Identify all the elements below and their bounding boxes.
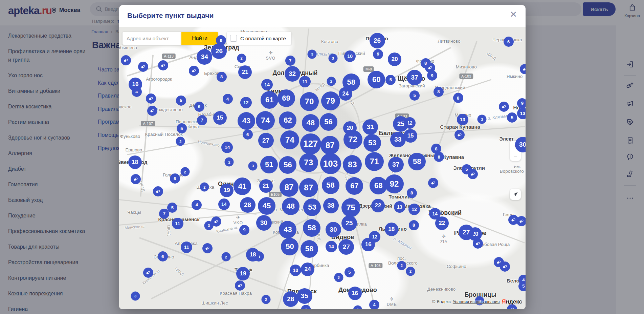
cluster-marker[interactable]: 50 (281, 238, 298, 255)
cluster-marker[interactable]: 45 (258, 197, 275, 215)
cluster-marker[interactable]: 21 (259, 179, 273, 193)
cluster-marker[interactable]: 51 (260, 156, 278, 173)
cluster-marker[interactable]: 53 (363, 134, 381, 152)
cluster-marker[interactable]: 5 (177, 123, 187, 133)
cluster-marker[interactable]: 14 (221, 142, 233, 153)
cluster-marker[interactable]: 6 (194, 102, 204, 112)
cluster-marker[interactable]: 27 (459, 225, 474, 240)
cluster-marker[interactable]: 10 (344, 50, 356, 62)
cluster-marker[interactable]: 9 (427, 70, 437, 81)
cluster-marker[interactable]: 7 (285, 56, 295, 66)
cluster-marker[interactable]: 87 (299, 178, 318, 197)
cluster-marker[interactable]: 69 (277, 89, 295, 107)
cluster-marker[interactable]: 3 (334, 273, 343, 282)
yandex-map[interactable]: Найти С оплатой по карте + − © Яндекс Ус… (119, 27, 526, 309)
cluster-marker[interactable]: 5 (345, 267, 355, 277)
cluster-marker[interactable]: 11 (172, 218, 183, 229)
cluster-marker[interactable]: 34 (197, 49, 212, 65)
cluster-marker[interactable]: 8 (217, 72, 227, 82)
cluster-marker[interactable]: 20 (388, 53, 401, 66)
pharmacy-pill-marker[interactable] (428, 178, 438, 188)
geolocate-button[interactable] (510, 189, 521, 200)
cluster-marker[interactable]: 8 (434, 152, 444, 162)
cluster-marker[interactable]: 8 (453, 93, 463, 103)
cluster-marker[interactable]: 18 (246, 248, 260, 261)
map-find-button[interactable]: Найти (181, 32, 218, 45)
cluster-marker[interactable]: 74 (280, 130, 299, 149)
cluster-marker[interactable]: 61 (261, 91, 278, 109)
cluster-marker[interactable]: 16 (348, 287, 362, 300)
cluster-marker[interactable]: 68 (370, 177, 387, 194)
cluster-marker[interactable]: 27 (258, 133, 274, 148)
cluster-marker[interactable]: 58 (408, 153, 426, 170)
cluster-marker[interactable]: 67 (346, 177, 363, 195)
cluster-marker[interactable]: 70 (300, 92, 319, 111)
cluster-marker[interactable]: 7 (197, 115, 207, 125)
pharmacy-pill-marker[interactable] (499, 102, 509, 112)
cluster-marker[interactable]: 3 (478, 115, 487, 124)
cluster-marker[interactable]: 6 (504, 37, 514, 47)
cluster-marker[interactable]: 2 (225, 158, 234, 167)
cluster-marker[interactable]: 9 (373, 49, 383, 59)
cluster-marker[interactable]: 6 (243, 129, 253, 140)
cluster-marker[interactable]: 48 (302, 114, 319, 132)
cluster-marker[interactable]: 56 (279, 156, 296, 174)
cluster-marker[interactable]: 13 (394, 201, 405, 213)
cluster-marker[interactable]: 6 (158, 251, 168, 261)
cluster-marker[interactable]: 15 (404, 129, 417, 143)
cluster-marker[interactable]: 103 (320, 153, 341, 174)
cluster-marker[interactable]: 32 (285, 66, 300, 82)
map-address-input[interactable] (123, 32, 181, 45)
cluster-marker[interactable]: 22 (371, 199, 385, 212)
cluster-marker[interactable]: 3 (353, 305, 362, 309)
cluster-marker[interactable]: 58 (342, 74, 360, 91)
cluster-marker[interactable]: 3 (204, 221, 214, 230)
cluster-marker[interactable]: 22 (435, 216, 449, 230)
cluster-marker[interactable]: 37 (407, 70, 422, 85)
cluster-marker[interactable]: 43 (238, 112, 255, 130)
cluster-marker[interactable]: 56 (320, 113, 337, 131)
pharmacy-pill-marker[interactable] (520, 64, 526, 74)
cluster-marker[interactable]: 9 (517, 98, 526, 108)
cluster-marker[interactable]: 8 (434, 87, 444, 97)
pharmacy-pill-marker[interactable] (138, 62, 148, 72)
cluster-marker[interactable]: 14 (218, 198, 230, 210)
cluster-marker[interactable]: 62 (279, 111, 296, 129)
cluster-marker[interactable]: 10 (290, 265, 301, 276)
pharmacy-pill-marker[interactable] (454, 130, 465, 140)
cluster-marker[interactable]: 5 (518, 281, 526, 291)
cluster-marker[interactable]: 3 (261, 295, 270, 304)
cluster-marker[interactable]: 79 (321, 91, 340, 110)
cluster-marker[interactable]: 2 (221, 252, 230, 261)
cluster-marker[interactable]: 2 (237, 54, 246, 63)
pharmacy-pill-marker[interactable] (131, 174, 141, 184)
cluster-marker[interactable]: 41 (234, 177, 251, 195)
cluster-marker[interactable]: 83 (343, 155, 362, 174)
cluster-marker[interactable]: 60 (368, 71, 385, 88)
cluster-marker[interactable]: 73 (299, 153, 318, 172)
cluster-marker[interactable]: 92 (385, 174, 404, 193)
cluster-marker[interactable]: 2 (200, 183, 209, 192)
pharmacy-pill-marker[interactable] (146, 93, 156, 104)
cluster-marker[interactable]: 3 (131, 291, 140, 300)
cluster-marker[interactable]: 19 (220, 184, 234, 197)
cluster-marker[interactable]: 38 (323, 198, 339, 213)
pharmacy-pill-marker[interactable] (147, 106, 157, 116)
cluster-marker[interactable]: 87 (320, 136, 339, 155)
cluster-marker[interactable]: 16 (129, 78, 142, 91)
cluster-marker[interactable]: 18 (385, 223, 398, 236)
cluster-marker[interactable]: 5 (385, 75, 396, 85)
cluster-marker[interactable]: 2 (176, 137, 185, 146)
cluster-marker[interactable]: 18 (128, 155, 142, 169)
cluster-marker[interactable]: 15 (213, 111, 227, 125)
cluster-marker[interactable]: 72 (343, 130, 362, 149)
cluster-marker[interactable]: 2 (327, 77, 336, 86)
cluster-marker[interactable]: 5 (462, 164, 472, 174)
cluster-marker[interactable]: 35 (297, 288, 312, 304)
cluster-marker[interactable]: 58 (322, 176, 339, 194)
cluster-marker[interactable]: 13 (517, 108, 526, 119)
cluster-marker[interactable]: 37 (388, 157, 404, 172)
cluster-marker[interactable]: 12 (240, 97, 252, 108)
cluster-marker[interactable]: 30 (326, 222, 341, 237)
cluster-marker[interactable]: 8 (409, 220, 419, 230)
